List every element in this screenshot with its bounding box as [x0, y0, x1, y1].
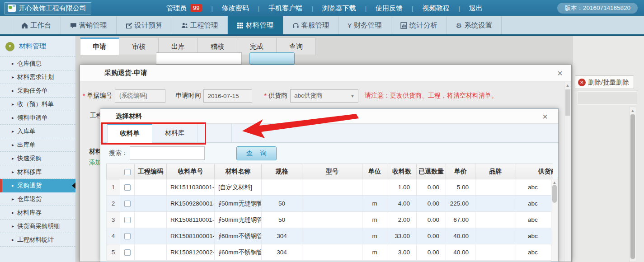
- sidebar-item-quick-purchase[interactable]: ▸快速采购: [0, 152, 75, 165]
- home-icon: [21, 22, 28, 29]
- nav-customer-service[interactable]: 客服管理: [283, 16, 339, 34]
- sidebar-item-inbound-order[interactable]: ▸入库单: [0, 125, 75, 138]
- scroll-up-icon[interactable]: ▲: [630, 107, 636, 113]
- table-row[interactable]: 3 RK1508110001-002 ∮50mm无缝钢管 50 m 2.00 0…: [107, 212, 553, 228]
- row-checkbox[interactable]: [124, 184, 131, 191]
- sidebar-item-warehouse-return[interactable]: ▸仓库退货: [0, 192, 75, 206]
- tab-apply[interactable]: 申请: [80, 37, 119, 55]
- close-icon[interactable]: ×: [555, 68, 565, 78]
- row-checkbox[interactable]: [124, 233, 131, 239]
- sidebar-header[interactable]: ▼ 材料管理: [0, 36, 75, 57]
- chevron-down-icon: ▼: [5, 42, 14, 51]
- menu-feedback[interactable]: 使用反馈: [373, 4, 405, 13]
- table-row[interactable]: 2 RK1509280001-002 ∮50mm无缝钢管 50 m 4.00 0…: [107, 196, 553, 212]
- table-row[interactable]: 4 RK1508100001-002 ∮60mm不锈钢管 304 m 33.00…: [107, 228, 553, 244]
- caret-right-icon: ▸: [12, 224, 14, 229]
- menu-video-tutorial[interactable]: 视频教程: [419, 4, 452, 13]
- material-search-input[interactable]: [130, 146, 205, 160]
- close-icon[interactable]: ×: [540, 112, 550, 122]
- partial-input[interactable]: [156, 52, 242, 65]
- right-panel: ✕ 删除/批量删除 ▲: [573, 36, 644, 262]
- menu-admin[interactable]: 管理员99: [164, 4, 205, 13]
- nav-bottom-strip: [0, 34, 644, 36]
- scroll-up-icon[interactable]: ▲: [551, 179, 558, 185]
- nav-finance[interactable]: ¥ 财务管理: [339, 16, 391, 34]
- select-all-checkbox[interactable]: [124, 169, 131, 175]
- col-unit: 单位: [362, 164, 387, 179]
- menu-separator: |: [258, 5, 259, 12]
- menu-mobile-client[interactable]: 手机客户端: [266, 4, 305, 13]
- scrollbar-thumb[interactable]: [565, 89, 570, 116]
- nav-statistics[interactable]: 统计分析: [391, 16, 447, 34]
- caret-right-icon: ▸: [12, 169, 14, 174]
- main-nav: 工作台 营销管理 设计预算 工程管理 材料管理 客服管理 ¥ 财务管理 统计分析: [0, 16, 644, 34]
- tab-spacer: [197, 124, 232, 143]
- apply-form-row: * 单据编号 {系统编码} 申请时间 2016-07-15 * 供货商 abc供…: [80, 89, 571, 103]
- menu-separator: |: [211, 5, 212, 12]
- scrollbar-thumb[interactable]: [630, 114, 635, 259]
- scrollbar-thumb[interactable]: [552, 185, 557, 203]
- right-panel-header: [578, 91, 637, 105]
- nav-workbench[interactable]: 工作台: [12, 16, 61, 34]
- doc-no-field[interactable]: {系统编码}: [115, 89, 165, 103]
- caret-right-icon: ▸: [12, 156, 14, 161]
- tab-review[interactable]: 审核: [119, 37, 159, 55]
- table-row[interactable]: 5 RK1508120002-001 ∮60mm不锈钢管 304 m 3.00 …: [107, 244, 553, 261]
- row-checkbox[interactable]: [124, 249, 131, 256]
- caret-right-icon: ▸: [12, 75, 14, 80]
- sidebar-item-purchase-return[interactable]: ▸采购退货: [0, 179, 75, 192]
- required-mark: *: [264, 92, 266, 99]
- nav-project-mgmt[interactable]: 工程管理: [172, 16, 228, 34]
- sidebar-item-requisition[interactable]: ▸领料申请单: [0, 111, 75, 125]
- top-menu: 管理员99 | 修改密码 | 手机客户端 | 浏览器下载 | 使用反馈 | 视频…: [164, 4, 485, 13]
- nav-material-mgmt[interactable]: 材料管理: [228, 16, 283, 34]
- col-project-code: 工程编码: [135, 164, 167, 179]
- table-row[interactable]: 1 RK1511030001-001 [自定义材料] 1.00 0.00 5.0…: [107, 179, 553, 196]
- nav-marketing[interactable]: 营销管理: [61, 16, 117, 34]
- table-scrollbar[interactable]: ▲: [551, 179, 558, 262]
- material-table-viewport: 工程编码 收料单号 材料名称 规格 型号 单位 收料数 已退数量 单价 品牌 供…: [106, 164, 553, 262]
- nav-design-budget[interactable]: 设计预算: [117, 16, 172, 34]
- sidebar-item-material-demand-plan[interactable]: ▸材料需求计划: [0, 70, 75, 84]
- col-brand: 品牌: [475, 164, 516, 179]
- apply-date-field[interactable]: 2016-07-15: [203, 89, 252, 103]
- col-returned: 已退数量: [417, 164, 446, 179]
- notification-badge[interactable]: 99: [190, 4, 202, 12]
- nav-system-settings[interactable]: ⚙ 系统设置: [447, 16, 502, 34]
- sidebar-item-material-stock[interactable]: ▸材料库存: [0, 206, 75, 220]
- row-checkbox[interactable]: [124, 217, 131, 223]
- dialog-scrollbar[interactable]: ▲: [564, 82, 571, 262]
- sidebar-item-warehouse-info[interactable]: ▸仓库信息: [0, 57, 75, 70]
- query-button[interactable]: 查 询: [236, 146, 277, 160]
- grid-icon: [237, 22, 244, 29]
- headset-icon: [292, 22, 299, 29]
- gear-icon: ⚙: [456, 22, 462, 29]
- caret-right-icon: ▸: [12, 142, 14, 147]
- scroll-up-icon[interactable]: ▲: [564, 82, 571, 88]
- supplier-select[interactable]: abc供货商▼: [290, 89, 358, 103]
- caret-right-icon: ▸: [12, 88, 14, 93]
- sidebar: ▼ 材料管理 ▸仓库信息 ▸材料需求计划 ▸采购任务单 ▸收（预）料单 ▸领料申…: [0, 36, 76, 262]
- chart-icon: [400, 22, 407, 29]
- menu-browser-download[interactable]: 浏览器下载: [320, 4, 359, 13]
- caret-right-icon: ▸: [12, 115, 14, 120]
- col-price: 单价: [446, 164, 475, 179]
- col-material-name: 材料名称: [215, 164, 262, 179]
- sidebar-item-supplier-purchase-detail[interactable]: ▸供货商采购明细: [0, 220, 75, 233]
- add-material-link[interactable]: 添加: [89, 159, 101, 167]
- delete-batch-button[interactable]: ✕ 删除/批量删除: [575, 75, 634, 89]
- top-bar: 开心装饰工程有限公司 管理员99 | 修改密码 | 手机客户端 | 浏览器下载 …: [0, 0, 644, 16]
- sidebar-item-receive-order[interactable]: ▸收（预）料单: [0, 98, 75, 111]
- sidebar-item-outbound-order[interactable]: ▸出库单: [0, 138, 75, 152]
- sidebar-item-purchase-task[interactable]: ▸采购任务单: [0, 84, 75, 98]
- menu-change-password[interactable]: 修改密码: [219, 4, 252, 13]
- sidebar-item-material-transfer[interactable]: ▸材料移库: [0, 165, 75, 179]
- dropdown-arrow-icon: ▼: [350, 94, 355, 98]
- tab-receipt-orders[interactable]: 收料单: [107, 124, 152, 143]
- tab-material-library[interactable]: 材料库: [152, 124, 197, 143]
- sidebar-item-project-material-stats[interactable]: ▸工程材料统计: [0, 233, 75, 247]
- page-scrollbar[interactable]: ▲: [629, 107, 636, 262]
- menu-logout[interactable]: 退出: [466, 4, 485, 13]
- row-checkbox[interactable]: [124, 201, 131, 207]
- partial-button[interactable]: [249, 52, 295, 65]
